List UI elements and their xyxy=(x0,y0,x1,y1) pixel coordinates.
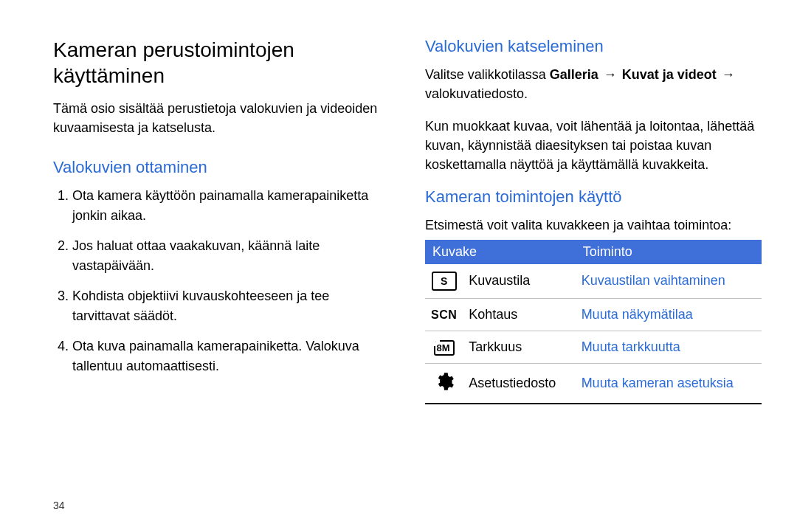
scn-icon: SCN xyxy=(425,298,463,331)
list-item: Ota kamera käyttöön painamalla kamerapai… xyxy=(72,186,390,226)
gear-icon-svg xyxy=(434,371,455,392)
row-label: Kuvaustila xyxy=(463,264,575,299)
table-row: Asetustiedosto Muuta kameran asetuksia xyxy=(425,364,762,404)
table-row: SCN Kohtaus Muuta näkymätilaa xyxy=(425,298,762,331)
row-label: Asetustiedosto xyxy=(463,364,575,404)
left-column: Kameran perustoimintojen käyttäminen Täm… xyxy=(53,37,390,404)
list-item: Jos haluat ottaa vaakakuvan, käännä lait… xyxy=(72,236,390,276)
table-header-icon: Kuvake xyxy=(425,240,576,264)
text: Valitse valikkotilassa xyxy=(425,67,550,82)
page-title: Kameran perustoimintojen käyttäminen xyxy=(53,37,390,89)
section-heading-taking-photos: Valokuvien ottaminen xyxy=(53,158,390,177)
row-label: Tarkkuus xyxy=(463,331,575,363)
arrow-icon: → xyxy=(720,65,736,84)
gear-icon xyxy=(425,364,463,404)
text: valokuvatiedosto. xyxy=(425,86,528,101)
arrow-icon: → xyxy=(602,65,618,84)
intro-text: Tämä osio sisältää perustietoja valokuvi… xyxy=(53,99,390,137)
right-column: Valokuvien katseleminen Valitse valikkot… xyxy=(425,37,762,404)
row-label: Kohtaus xyxy=(463,298,575,331)
table-header-function: Toiminto xyxy=(576,240,762,264)
section-heading-viewing-photos: Valokuvien katseleminen xyxy=(425,37,762,56)
steps-list: Ota kamera käyttöön painamalla kamerapai… xyxy=(53,186,390,376)
row-action: Kuvaustilan vaihtaminen xyxy=(576,264,762,299)
row-action: Muuta tarkkuutta xyxy=(576,331,762,363)
resolution-8m-icon: 8M xyxy=(425,331,463,363)
section-heading-camera-functions: Kameran toimintojen käyttö xyxy=(425,187,762,207)
list-item: Ota kuva painamalla kamerapainiketta. Va… xyxy=(72,336,390,376)
menu-galleria: Galleria xyxy=(550,67,598,82)
functions-intro: Etsimestä voit valita kuvakkeen ja vaiht… xyxy=(425,215,762,235)
page-number: 34 xyxy=(53,500,65,511)
menu-kuvat-videot: Kuvat ja videot xyxy=(622,67,717,82)
functions-table: Kuvake Toiminto S Kuvaustila Kuvaustilan… xyxy=(425,240,762,405)
mode-s-icon: S xyxy=(425,264,463,299)
table-row: S Kuvaustila Kuvaustilan vaihtaminen xyxy=(425,264,762,299)
viewing-description: Kun muokkaat kuvaa, voit lähentää ja loi… xyxy=(425,117,762,174)
table-row: 8M Tarkkuus Muuta tarkkuutta xyxy=(425,331,762,363)
page-content: Kameran perustoimintojen käyttäminen Täm… xyxy=(0,0,797,426)
row-action: Muuta kameran asetuksia xyxy=(576,364,762,404)
row-action: Muuta näkymätilaa xyxy=(576,298,762,331)
viewing-instruction: Valitse valikkotilassa Galleria → Kuvat … xyxy=(425,65,762,103)
list-item: Kohdista objektiivi kuvauskohteeseen ja … xyxy=(72,286,390,326)
